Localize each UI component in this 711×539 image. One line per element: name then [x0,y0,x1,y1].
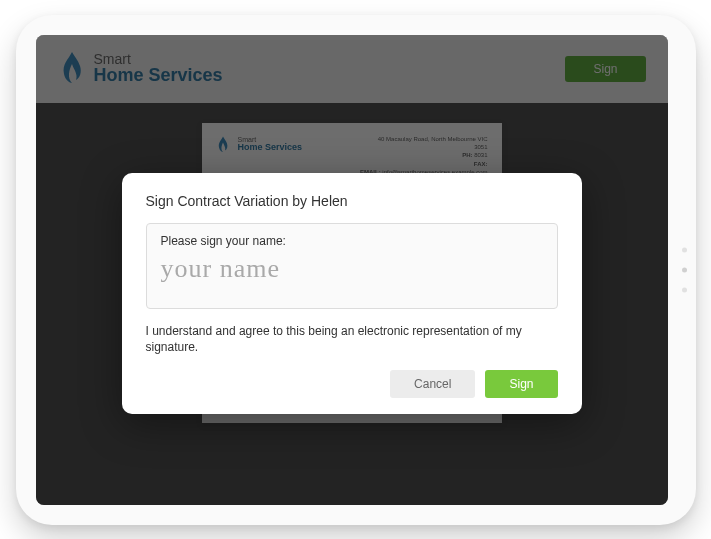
modal-actions: Cancel Sign [146,370,558,398]
signature-input[interactable]: your name [161,256,543,292]
tablet-frame: Smart Home Services Sign [16,15,696,525]
cancel-button[interactable]: Cancel [390,370,475,398]
sign-modal: Sign Contract Variation by Helen Please … [122,173,582,415]
sign-button[interactable]: Sign [485,370,557,398]
screen: Smart Home Services Sign [36,35,668,505]
consent-text: I understand and agree to this being an … [146,323,558,357]
modal-title: Sign Contract Variation by Helen [146,193,558,209]
signature-box: Please sign your name: your name [146,223,558,309]
signature-label: Please sign your name: [161,234,543,248]
